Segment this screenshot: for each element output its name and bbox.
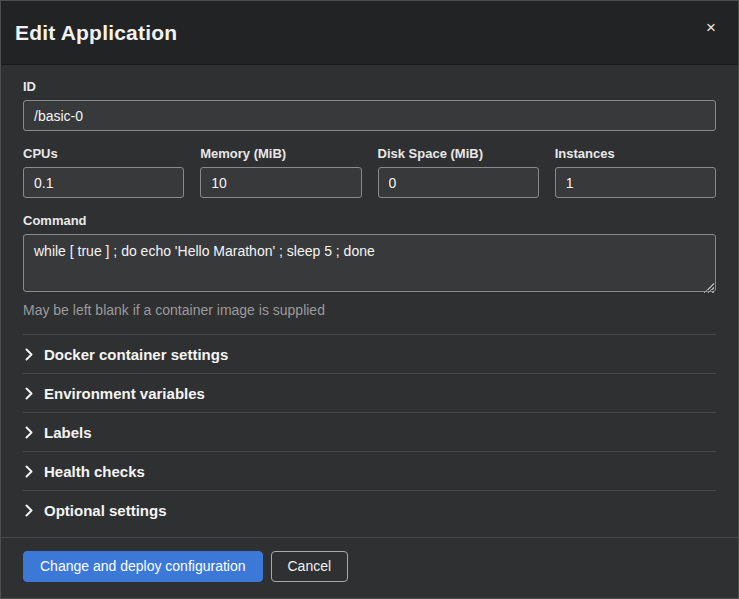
section-label: Docker container settings: [44, 346, 228, 363]
section-optional-settings[interactable]: Optional settings: [23, 490, 716, 529]
section-label: Health checks: [44, 463, 145, 480]
chevron-right-icon: [25, 426, 33, 439]
section-docker-container-settings[interactable]: Docker container settings: [23, 334, 716, 373]
section-label: Optional settings: [44, 502, 167, 519]
cpus-input[interactable]: [23, 167, 184, 198]
resources-row: CPUs Memory (MiB) Disk Space (MiB) Insta…: [23, 146, 716, 198]
close-icon[interactable]: ×: [700, 15, 722, 40]
modal-footer: Change and deploy configuration Cancel: [1, 537, 738, 598]
modal-body: ID CPUs Memory (MiB) Disk Space (MiB) In…: [1, 65, 738, 537]
collapsible-sections: Docker container settings Environment va…: [23, 334, 716, 529]
instances-field-group: Instances: [555, 146, 716, 198]
section-labels[interactable]: Labels: [23, 412, 716, 451]
disk-label: Disk Space (MiB): [378, 146, 539, 161]
chevron-right-icon: [25, 504, 33, 517]
instances-input[interactable]: [555, 167, 716, 198]
section-label: Labels: [44, 424, 92, 441]
instances-label: Instances: [555, 146, 716, 161]
cpus-field-group: CPUs: [23, 146, 184, 198]
chevron-right-icon: [25, 465, 33, 478]
memory-label: Memory (MiB): [200, 146, 361, 161]
id-label: ID: [23, 79, 716, 94]
section-environment-variables[interactable]: Environment variables: [23, 373, 716, 412]
section-health-checks[interactable]: Health checks: [23, 451, 716, 490]
section-label: Environment variables: [44, 385, 205, 402]
command-label: Command: [23, 213, 716, 228]
id-field-group: ID: [23, 79, 716, 131]
edit-application-modal: { "modal": { "title": "Edit Application"…: [0, 0, 739, 599]
change-and-deploy-button[interactable]: Change and deploy configuration: [23, 551, 263, 582]
cancel-button[interactable]: Cancel: [271, 551, 349, 582]
memory-field-group: Memory (MiB): [200, 146, 361, 198]
chevron-right-icon: [25, 348, 33, 361]
command-help-text: May be left blank if a container image i…: [23, 302, 716, 318]
disk-field-group: Disk Space (MiB): [378, 146, 539, 198]
cpus-label: CPUs: [23, 146, 184, 161]
id-input[interactable]: [23, 100, 716, 131]
memory-input[interactable]: [200, 167, 361, 198]
command-field-group: Command while [ true ] ; do echo 'Hello …: [23, 213, 716, 318]
modal-header: Edit Application ×: [1, 1, 738, 65]
modal-title: Edit Application: [15, 21, 177, 45]
command-textarea[interactable]: while [ true ] ; do echo 'Hello Marathon…: [23, 234, 716, 292]
chevron-right-icon: [25, 387, 33, 400]
disk-input[interactable]: [378, 167, 539, 198]
